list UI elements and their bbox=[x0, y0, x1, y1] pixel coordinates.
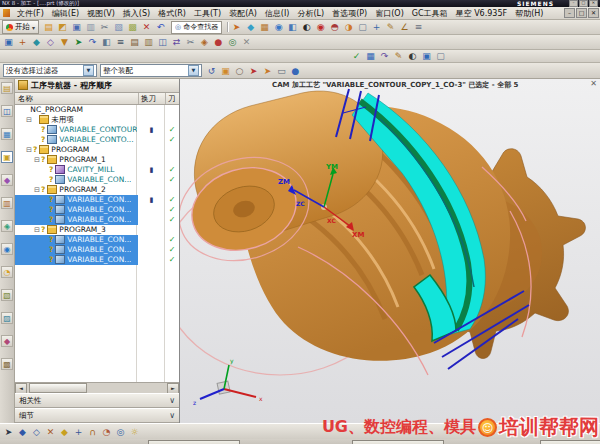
menu-item[interactable]: 帮助(H) bbox=[511, 8, 547, 19]
tree-row[interactable]: ⊟ ? VARIABLE_CON... ▮ ✓ bbox=[15, 175, 179, 185]
copy-icon[interactable]: ▧ bbox=[112, 21, 125, 33]
doc-restore-button[interactable]: □ bbox=[576, 8, 587, 18]
striped-sphere-icon[interactable]: ◓ bbox=[328, 21, 341, 33]
create-tool-icon[interactable]: + bbox=[16, 36, 29, 48]
cancel-icon[interactable]: ✕ bbox=[240, 36, 253, 48]
generate-toolpath-icon[interactable]: ➤ bbox=[72, 36, 85, 48]
menu-item[interactable]: 编辑(E) bbox=[48, 8, 83, 19]
tree-expander-icon[interactable]: ⊟ bbox=[26, 115, 33, 125]
doc-close-button[interactable]: ✕ bbox=[588, 8, 599, 18]
tree-row[interactable]: ⊟ ? NC_PROGRAM ▮ ✓ bbox=[15, 105, 179, 115]
constraint-navigator-icon[interactable]: ◫ bbox=[1, 105, 13, 117]
rect-select-icon[interactable]: ▭ bbox=[275, 65, 288, 77]
select-arrow-icon[interactable]: ➤ bbox=[247, 65, 260, 77]
list-toolpath-icon[interactable]: ≡ bbox=[114, 36, 127, 48]
menu-item[interactable]: GC工具箱 bbox=[408, 8, 452, 19]
tree-row[interactable]: ⊟ ? PROGRAM_1 ▮ ✓ bbox=[15, 155, 179, 165]
object-icon[interactable]: ● bbox=[212, 36, 225, 48]
snap-intersection-icon[interactable]: ✕ bbox=[44, 426, 57, 438]
scrollbar-thumb[interactable] bbox=[29, 383, 87, 393]
doc-minimize-button[interactable]: – bbox=[564, 8, 575, 18]
tree-row[interactable]: ⊟ ? PROGRAM ▮ ✓ bbox=[15, 145, 179, 155]
transform-icon[interactable]: ◈ bbox=[198, 36, 211, 48]
menu-item[interactable]: 分析(L) bbox=[293, 8, 328, 19]
verify-toolpath-icon[interactable]: ◧ bbox=[100, 36, 113, 48]
history-icon[interactable]: ◔ bbox=[1, 266, 13, 278]
graphics-viewport[interactable]: CAM 加工工艺 "VARIABLE_CONTOUR_COPY_1_CO-3" … bbox=[180, 79, 600, 423]
plus-icon[interactable]: + bbox=[72, 426, 85, 438]
tree-row[interactable]: ⊟ ? 未用项 ▮ ✓ bbox=[15, 115, 179, 125]
menu-item[interactable]: 首选项(P) bbox=[328, 8, 371, 19]
column-name[interactable]: 名称 bbox=[15, 93, 139, 104]
shaded-view-icon[interactable]: ◧ bbox=[286, 21, 299, 33]
create-method-icon[interactable]: ◇ bbox=[44, 36, 57, 48]
tree-row[interactable]: ⊟ ? VARIABLE_CON... ▮ ✓ bbox=[15, 215, 179, 225]
collapsed-section-bar[interactable]: 相关性 ∨ bbox=[15, 393, 179, 408]
refresh-icon[interactable]: ↷ bbox=[378, 50, 391, 62]
pan-icon[interactable]: + bbox=[370, 21, 383, 33]
manufacturing-wizards-icon[interactable]: ▨ bbox=[1, 312, 13, 324]
tree-row[interactable]: ⊟ ? CAVITY_MILL ▮ ✓ bbox=[15, 165, 179, 175]
create-operation-icon[interactable]: ▼ bbox=[58, 36, 71, 48]
menu-item[interactable]: 插入(S) bbox=[119, 8, 154, 19]
save-icon[interactable]: ▣ bbox=[70, 21, 83, 33]
tree-row[interactable]: ⊟ ? VARIABLE_CON... ▮ ✓ bbox=[15, 245, 179, 255]
tree-row[interactable]: ⊟ ? VARIABLE_CON... ▮ ✓ bbox=[15, 205, 179, 215]
shaded-ball-icon[interactable]: ● bbox=[289, 65, 302, 77]
tree-row[interactable]: ⊟ ? VARIABLE_CONTO... ▮ ✓ bbox=[15, 135, 179, 145]
point-constructor-icon[interactable]: ◆ bbox=[58, 426, 71, 438]
reuse-library-icon[interactable]: ▥ bbox=[1, 197, 13, 209]
open-icon[interactable]: ◩ bbox=[56, 21, 69, 33]
new-file-icon[interactable]: ▤ bbox=[42, 21, 55, 33]
snap-arc-icon[interactable]: ∩ bbox=[86, 426, 99, 438]
create-program-icon[interactable]: ▣ bbox=[2, 36, 15, 48]
feeds-speeds-icon[interactable]: ◎ bbox=[226, 36, 239, 48]
tree-row[interactable]: ⊟ ? PROGRAM_3 ▮ ✓ bbox=[15, 225, 179, 235]
menu-item[interactable]: 文件(F) bbox=[13, 8, 48, 19]
column-toolchange[interactable]: 换刀 bbox=[139, 93, 166, 104]
datum-icon[interactable]: ◆ bbox=[244, 21, 257, 33]
touch-mode-icon[interactable]: ➤ bbox=[230, 21, 243, 33]
menu-item[interactable]: 窗口(O) bbox=[371, 8, 408, 19]
hd3d-tools-icon[interactable]: ◈ bbox=[1, 220, 13, 232]
menu-item[interactable]: 星空 V6.935F bbox=[452, 8, 512, 19]
menu-item[interactable]: 工具(T) bbox=[190, 8, 225, 19]
path-display-icon[interactable]: ▣ bbox=[420, 50, 433, 62]
tree-row[interactable]: ⊟ ? VARIABLE_CON... ▮ ✓ bbox=[15, 255, 179, 265]
tree-row[interactable]: ⊟ ? VARIABLE_CON... ▮ ✓ bbox=[15, 235, 179, 245]
cut-icon[interactable]: ✂ bbox=[98, 21, 111, 33]
system-materials-icon[interactable]: ▩ bbox=[1, 358, 13, 370]
zoom-tool-icon[interactable]: ◎ bbox=[114, 426, 127, 438]
postprocess-icon[interactable]: ▤ bbox=[128, 36, 141, 48]
operation-navigator-icon[interactable]: ▣ bbox=[1, 151, 13, 163]
web-browser-icon[interactable]: ◉ bbox=[1, 243, 13, 255]
list-ok-icon[interactable]: ▦ bbox=[364, 50, 377, 62]
snap-endpoint-icon[interactable]: ◆ bbox=[16, 426, 29, 438]
highlight-icon[interactable]: ▣ bbox=[219, 65, 232, 77]
process-studio-icon[interactable]: ▧ bbox=[1, 289, 13, 301]
menu-item[interactable]: 视图(V) bbox=[83, 8, 119, 19]
tree-row[interactable]: ⊟ ? VARIABLE_CONTOUR ▮ ✓ bbox=[15, 125, 179, 135]
orient-view-icon[interactable]: ◑ bbox=[342, 21, 355, 33]
generate-ok-icon[interactable]: ✓ bbox=[350, 50, 363, 62]
window-pane-icon[interactable]: ▢ bbox=[356, 21, 369, 33]
snap-midpoint-icon[interactable]: ◇ bbox=[30, 426, 43, 438]
tree-expander-icon[interactable]: ⊟ bbox=[34, 155, 41, 165]
shop-documentation-icon[interactable]: ▥ bbox=[142, 36, 155, 48]
menu-item[interactable]: 装配(A) bbox=[225, 8, 261, 19]
assembly-navigator-icon[interactable]: ▤ bbox=[1, 82, 13, 94]
curve-rule-icon[interactable]: ➤ bbox=[261, 65, 274, 77]
restore-button[interactable]: □ bbox=[579, 0, 588, 7]
refresh-view-icon[interactable]: ↺ bbox=[205, 65, 218, 77]
collapsed-section-bar[interactable]: 细节 ∨ bbox=[15, 408, 179, 423]
roles-icon[interactable]: ◆ bbox=[1, 335, 13, 347]
snap-options-icon[interactable]: ☼ bbox=[128, 426, 141, 438]
scroll-left-icon[interactable]: ◄ bbox=[15, 383, 27, 394]
menu-item[interactable]: 格式(R) bbox=[154, 8, 190, 19]
tree-horizontal-scrollbar[interactable]: ◄ ► bbox=[15, 382, 179, 393]
part-navigator-icon[interactable]: ▦ bbox=[1, 128, 13, 140]
scroll-right-icon[interactable]: ► bbox=[167, 383, 179, 394]
viewport-close-icon[interactable]: ✕ bbox=[590, 79, 597, 88]
tree-expander-icon[interactable]: ⊟ bbox=[34, 225, 41, 235]
measure-icon[interactable]: ∠ bbox=[398, 21, 411, 33]
